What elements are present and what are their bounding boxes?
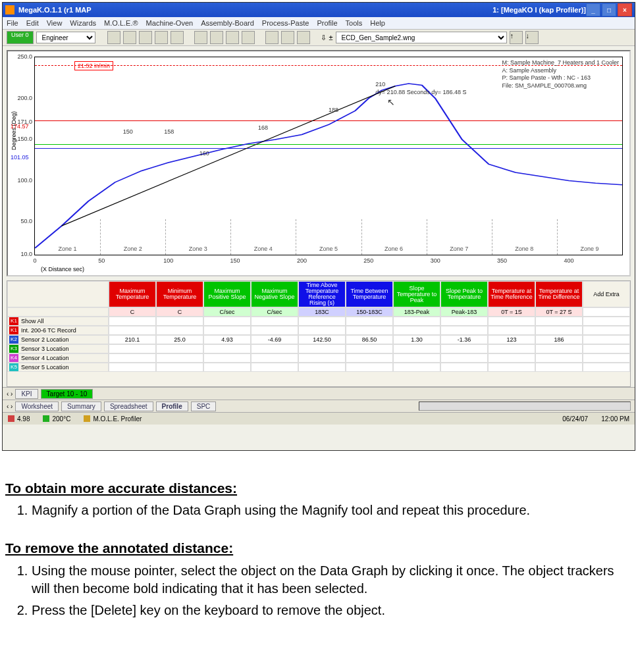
close-button[interactable]: × (618, 3, 632, 16)
table-row[interactable]: K5Sensor 5 Location (7, 363, 630, 372)
summary-cell: 0T = 27 S (535, 307, 583, 317)
tab-profile[interactable]: Profile (156, 401, 188, 411)
summary-cell: C/sec (251, 307, 298, 317)
instr-heading-2: To remove the annotated distance: (5, 539, 631, 557)
data-cell (583, 326, 630, 335)
data-cell (393, 326, 440, 335)
menu-processpaste[interactable]: Process-Paste (262, 19, 309, 27)
data-cell (251, 363, 298, 372)
toolbar: User 0 Engineer ⇩ ± ECD_Gen_Sample2.wng … (3, 30, 635, 46)
data-cell (440, 363, 488, 372)
tab-target[interactable]: Target 10 - 10 (41, 389, 93, 399)
column-header: Maximum Temperature (109, 281, 156, 307)
user-button[interactable]: User 0 (7, 31, 34, 44)
tab-kpi[interactable]: KPI (15, 389, 38, 399)
data-cell (109, 326, 156, 335)
sensor-chip[interactable]: K3 (9, 345, 18, 353)
menu-mole[interactable]: M.O.L.E.® (104, 19, 138, 27)
table-row[interactable]: K1Show All (7, 317, 630, 326)
row-label-text: Sensor 5 Location (21, 365, 69, 371)
data-cell (298, 363, 346, 372)
sensor-chip[interactable]: K4 (9, 354, 18, 362)
tab-summary[interactable]: Summary (61, 401, 101, 411)
tool-icon[interactable] (194, 31, 207, 44)
sensor-chip[interactable]: K5 (9, 363, 18, 371)
column-header: Maximum Positive Slope (203, 281, 251, 307)
tool-icon[interactable] (226, 31, 239, 44)
row-label[interactable]: K5Sensor 5 Location (7, 363, 109, 372)
tool-icon[interactable] (265, 31, 278, 44)
menu-file[interactable]: File (7, 19, 18, 27)
summary-cell: C/sec (203, 307, 251, 317)
row-label[interactable]: K2Sensor 2 Location (7, 335, 109, 344)
menu-view[interactable]: View (47, 19, 63, 27)
tool-icon[interactable] (155, 31, 168, 44)
menu-assemblyboard[interactable]: Assembly-Board (201, 19, 254, 27)
menu-profile[interactable]: Profile (317, 19, 337, 27)
table-row[interactable]: K2Sensor 2 Location210.125.04.93-4.69142… (7, 335, 630, 344)
role-select[interactable]: Engineer (36, 32, 95, 43)
sensor-chip[interactable]: K2 (9, 336, 18, 344)
data-cell (109, 317, 156, 326)
data-cell (109, 344, 156, 353)
magnify-icon[interactable] (242, 31, 255, 44)
maximize-button[interactable]: □ (602, 3, 616, 16)
down-icon[interactable]: ↓ (525, 31, 539, 44)
table-row[interactable]: K3Sensor 3 Location (7, 344, 630, 353)
table-row[interactable]: K4Sensor 4 Location (7, 353, 630, 363)
menu-tools[interactable]: Tools (346, 19, 363, 27)
row-label[interactable]: K1Show All (7, 317, 109, 326)
tool-icon[interactable] (107, 31, 120, 44)
row-label-text: Sensor 4 Location (21, 355, 69, 361)
data-graph[interactable]: 10.050.0100.0150.0171.0200.0250.0 050100… (7, 50, 631, 276)
scrollbar[interactable] (419, 401, 631, 411)
x-tick: 400 (564, 257, 573, 264)
tool-icon[interactable] (139, 31, 152, 44)
tab-worksheet[interactable]: Worksheet (15, 401, 59, 411)
menu-help[interactable]: Help (370, 19, 385, 27)
line-label: 210 (375, 81, 385, 88)
data-cell (440, 353, 488, 363)
data-cell (535, 344, 583, 353)
x-tick: 250 (363, 257, 373, 264)
menu-machineoven[interactable]: Machine-Oven (146, 19, 194, 27)
tool-icon[interactable] (297, 31, 310, 44)
tab-spreadsheet[interactable]: Spreadsheet (104, 401, 153, 411)
window-title-2: 1: [MegaKO I (kap Profiler)] (492, 6, 586, 14)
menu-edit[interactable]: Edit (26, 19, 39, 27)
row-label[interactable]: K1Int. 200-6 TC Record (7, 326, 109, 335)
sensor-chip[interactable]: K1 (9, 326, 18, 334)
row-label[interactable]: K4Sensor 4 Location (7, 353, 109, 363)
tab-spc[interactable]: SPC (191, 401, 217, 411)
row-label[interactable]: K3Sensor 3 Location (7, 344, 109, 353)
kpi-tabs: ‹ › KPI Target 10 - 10 (3, 387, 635, 400)
menu-wizards[interactable]: Wizards (70, 19, 96, 27)
sensor-chip[interactable]: K1 (9, 317, 18, 325)
window-controls: _ □ × (586, 3, 632, 16)
arrow-icon: ⇩ (321, 34, 327, 42)
data-cell (346, 344, 393, 353)
data-cell (251, 326, 298, 335)
distance-annotation[interactable]: dy= 210.88 Seconds dy= 186.48 S (375, 89, 466, 95)
cursor-icon: ↖ (387, 97, 395, 107)
tool-icon[interactable] (210, 31, 223, 44)
table-row[interactable]: K1Int. 200-6 TC Record (7, 326, 630, 335)
data-cell (393, 363, 440, 372)
data-cell (583, 344, 630, 353)
tool-icon[interactable] (281, 31, 294, 44)
chart-meta-line: File: SM_SAMPLE_000708.wng (502, 82, 619, 90)
column-header: Temperature at Time Reference (488, 281, 535, 307)
arrow-icon: ± (329, 34, 333, 41)
up-icon[interactable]: ↑ (510, 31, 523, 44)
summary-cell: 183-Peak (393, 307, 440, 317)
tool-icon[interactable] (123, 31, 136, 44)
minimize-button[interactable]: _ (586, 3, 600, 16)
status-date: 06/24/07 (562, 415, 588, 423)
tool-icon[interactable] (171, 31, 184, 44)
ref-label: 174.57 (11, 123, 29, 130)
table-corner (7, 281, 109, 307)
column-header: Slope Temperature to Peak (393, 281, 440, 307)
data-cell (109, 363, 156, 372)
file-select[interactable]: ECD_Gen_Sample2.wng (336, 32, 507, 43)
data-cell (251, 317, 298, 326)
